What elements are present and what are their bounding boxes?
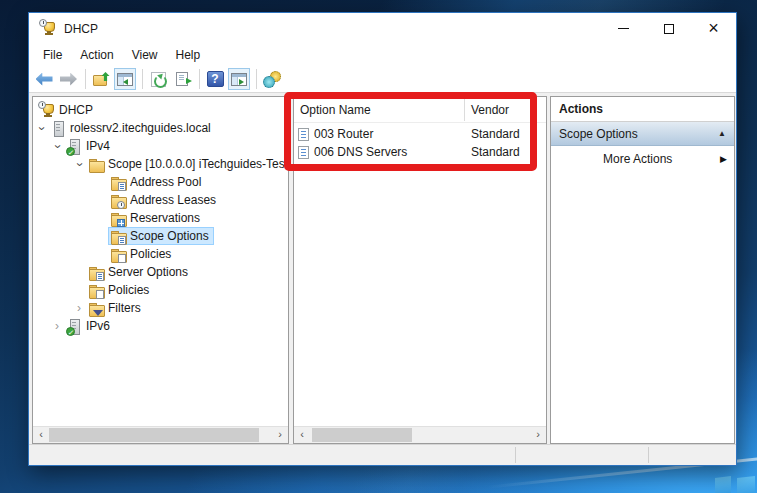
scroll-right-arrow[interactable]: › xyxy=(272,427,288,443)
menu-view[interactable]: View xyxy=(123,46,167,64)
list-row-006-dns-servers[interactable]: 006 DNS ServersStandard xyxy=(294,143,546,161)
vendor-cell: Standard xyxy=(465,145,520,159)
console-content: DHCP›rolessrv2.itechguides.local›✓IPv4›S… xyxy=(29,96,736,444)
more-actions-item[interactable]: More Actions ▶ xyxy=(551,146,734,171)
tree-item-filters[interactable]: ›Filters xyxy=(34,299,287,317)
tree-item-rolessrv2-itechguides-local[interactable]: ›rolessrv2.itechguides.local xyxy=(34,119,287,137)
folder-icon xyxy=(88,157,104,172)
export-list-icon xyxy=(176,72,188,86)
caption-buttons: × xyxy=(601,13,736,44)
close-button[interactable]: × xyxy=(691,13,736,44)
reservations-icon xyxy=(110,211,126,226)
scope-options-icon xyxy=(110,229,126,244)
tree-item-scope-options[interactable]: Scope Options xyxy=(34,227,287,245)
list-header: Option Name Vendor xyxy=(294,97,546,123)
maximize-icon xyxy=(664,24,674,34)
chevron-collapsed-icon[interactable]: › xyxy=(72,302,86,315)
chevron-expanded-icon[interactable]: › xyxy=(51,139,64,153)
tree-item-label: Scope Options xyxy=(130,229,209,243)
menu-bar: File Action View Help xyxy=(29,44,736,66)
show-hide-console-tree-button[interactable] xyxy=(114,68,136,90)
tree-item-address-leases[interactable]: Address Leases xyxy=(34,191,287,209)
chevron-expanded-icon[interactable]: › xyxy=(35,121,48,135)
menu-action[interactable]: Action xyxy=(71,46,122,64)
forward-icon xyxy=(60,73,77,86)
chevron-expanded-icon[interactable]: › xyxy=(73,157,86,171)
title-bar[interactable]: DHCP × xyxy=(29,13,736,44)
export-list-button[interactable] xyxy=(171,68,193,90)
option-name-cell: 006 DNS Servers xyxy=(314,145,407,159)
tree-item-scope-10-0-0-0-itechguides-test[interactable]: ›Scope [10.0.0.0] iTechguides-Test xyxy=(34,155,287,173)
policies-icon xyxy=(110,247,126,262)
show-hide-action-pane-button[interactable] xyxy=(228,68,250,90)
filters-icon xyxy=(88,301,104,316)
scroll-right-arrow[interactable]: › xyxy=(530,427,546,443)
tree-item-label: Policies xyxy=(108,283,149,297)
column-vendor[interactable]: Vendor xyxy=(465,103,509,117)
scroll-thumb[interactable] xyxy=(49,428,259,442)
list-row-003-router[interactable]: 003 RouterStandard xyxy=(294,125,546,143)
maximize-button[interactable] xyxy=(646,13,691,44)
scroll-left-arrow[interactable]: ‹ xyxy=(294,427,310,443)
tree-item-label: Scope [10.0.0.0] iTechguides-Test xyxy=(108,157,287,171)
collapse-arrow-icon[interactable]: ▲ xyxy=(718,129,726,138)
tree-item-label: rolessrv2.itechguides.local xyxy=(70,121,211,135)
toolbar-separator xyxy=(256,69,257,89)
option-icon xyxy=(298,146,309,159)
tree-item-label: Server Options xyxy=(108,265,188,279)
tree-item-policies[interactable]: Policies xyxy=(34,281,287,299)
more-actions-label: More Actions xyxy=(603,152,672,166)
dhcp-console-icon xyxy=(39,103,55,118)
back-button[interactable] xyxy=(33,68,55,90)
toolbar-separator xyxy=(142,69,143,89)
windows-logo-fragment xyxy=(715,476,731,493)
help-icon: ? xyxy=(207,71,224,87)
tree-horizontal-scrollbar[interactable]: ‹ › xyxy=(33,426,288,443)
tree-item-server-options[interactable]: Server Options xyxy=(34,263,287,281)
server-check-icon: ✓ xyxy=(66,319,82,334)
tree-item-policies[interactable]: Policies xyxy=(34,245,287,263)
help-button[interactable]: ? xyxy=(204,68,226,90)
menu-file[interactable]: File xyxy=(34,46,71,64)
options-list: 003 RouterStandard006 DNS ServersStandar… xyxy=(294,123,546,161)
console-tree: DHCP›rolessrv2.itechguides.local›✓IPv4›S… xyxy=(34,98,287,425)
forward-button[interactable] xyxy=(57,68,79,90)
tree-item-label: DHCP xyxy=(59,103,93,117)
statusbar-separator xyxy=(648,447,649,463)
scroll-track[interactable] xyxy=(310,427,530,443)
refresh-icon xyxy=(151,72,166,87)
tree-item-ipv4[interactable]: ›✓IPv4 xyxy=(34,137,287,155)
statusbar-separator xyxy=(515,447,516,463)
list-horizontal-scrollbar[interactable]: ‹ › xyxy=(294,426,546,443)
chevron-collapsed-icon[interactable]: › xyxy=(50,320,64,333)
status-bar xyxy=(29,444,736,465)
tree-item-reservations[interactable]: Reservations xyxy=(34,209,287,227)
tree-item-label: IPv4 xyxy=(86,139,110,153)
policies-icon xyxy=(88,283,104,298)
address-leases-icon xyxy=(110,193,126,208)
actions-pane: Actions Scope Options ▲ More Actions ▶ xyxy=(550,96,735,444)
server-check-icon: ✓ xyxy=(66,139,82,154)
scroll-track[interactable] xyxy=(49,427,272,443)
minimize-button[interactable] xyxy=(601,13,646,44)
tree-item-address-pool[interactable]: Address Pool xyxy=(34,173,287,191)
scroll-left-arrow[interactable]: ‹ xyxy=(33,427,49,443)
menu-help[interactable]: Help xyxy=(167,46,210,64)
column-option-name[interactable]: Option Name xyxy=(294,99,465,121)
server-icon xyxy=(50,121,66,136)
tree-item-label: Reservations xyxy=(130,211,200,225)
scroll-thumb[interactable] xyxy=(312,428,412,442)
configure-button[interactable] xyxy=(261,68,283,90)
tree-item-label: Policies xyxy=(130,247,171,261)
server-options-icon xyxy=(88,265,104,280)
submenu-arrow-icon: ▶ xyxy=(720,154,727,164)
vendor-cell: Standard xyxy=(465,127,520,141)
refresh-button[interactable] xyxy=(147,68,169,90)
up-one-level-button[interactable] xyxy=(90,68,112,90)
tree-item-ipv6[interactable]: ›✓IPv6 xyxy=(34,317,287,335)
tree-item-dhcp[interactable]: DHCP xyxy=(34,101,287,119)
results-pane: Option Name Vendor 003 RouterStandard006… xyxy=(293,96,547,444)
actions-group-scope-options[interactable]: Scope Options ▲ xyxy=(551,122,734,146)
toolbar-separator xyxy=(85,69,86,89)
dhcp-console-window: DHCP × File Action View Help ? xyxy=(28,12,737,466)
